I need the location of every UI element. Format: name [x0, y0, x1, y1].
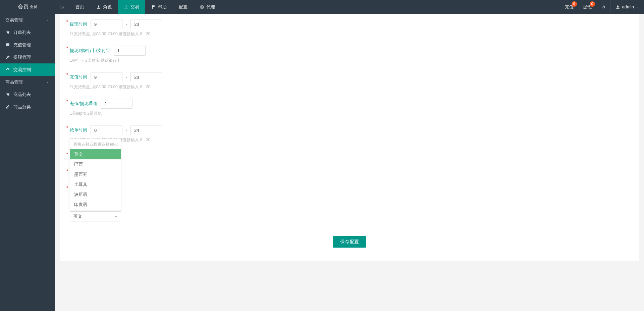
grab-time-to[interactable]: [130, 125, 162, 135]
chevron-down-icon: [46, 81, 49, 84]
lang-option-fa[interactable]: 波斯语: [70, 190, 121, 200]
main-content: * 提现时间 - 只支持整点, 如08:00-20:00,请直接输入 8 - 2…: [55, 14, 644, 311]
header-withdraw[interactable]: 提现 0: [578, 0, 596, 14]
chevron-down-icon: [46, 18, 49, 22]
lang-option-hi[interactable]: 印度语: [70, 200, 121, 210]
sidebar-item-withdraw[interactable]: 提现管理: [0, 51, 55, 63]
lang-option-br[interactable]: 巴西: [70, 159, 121, 169]
nav-help[interactable]: 帮助: [145, 0, 173, 14]
svg-text:$: $: [201, 6, 203, 8]
grab-time-label: 抢单时间: [70, 127, 87, 133]
language-dropdown: 英文 巴西 墨西哥 土耳其 波斯语 印度语: [70, 139, 121, 210]
header-right: 充值 0 提现 0 admin: [560, 0, 644, 14]
field-channel: * 充值/提现通道 1是sepro 2是其他: [70, 97, 629, 118]
sidebar-group-product[interactable]: 商品管理: [0, 76, 55, 88]
comment-icon: [5, 43, 10, 47]
range-dash: -: [126, 128, 127, 133]
withdraw-time-to[interactable]: [130, 19, 162, 29]
language-select[interactable]: 英文 巴西 墨西哥 土耳其 波斯语 印度语 英文: [70, 211, 121, 221]
nav-trade[interactable]: 交易: [118, 0, 145, 14]
language-search-input[interactable]: [70, 139, 121, 149]
sidebar-item-trade-control[interactable]: 交易控制: [0, 63, 55, 76]
sidebar-group-trade[interactable]: 交易管理: [0, 14, 55, 26]
grab-time-hint: 只支持整点, 如08:00-20:00,请直接输入 8 - 20: [70, 137, 629, 143]
field-withdraw-time: * 提现时间 - 只支持整点, 如08:00-20:00,请直接输入 8 - 2…: [70, 17, 629, 38]
recharge-time-from[interactable]: [91, 72, 122, 82]
withdraw-time-from[interactable]: [91, 19, 122, 29]
channel-hint: 1是sepro 2是其他: [70, 111, 629, 116]
link-icon: [5, 105, 10, 109]
chevron-down-icon: [636, 5, 639, 9]
grab-time-from[interactable]: [91, 125, 122, 135]
field-grab-time: * 抢单时间 - 只支持整点, 如08:00-20:00,请直接输入 8 - 2…: [70, 123, 629, 144]
withdraw-time-hint: 只支持整点, 如08:00-20:00,请直接输入 8 - 20: [70, 31, 629, 37]
withdraw-to-input[interactable]: [114, 46, 146, 56]
recharge-time-label: 充值时间: [70, 74, 87, 80]
nav-config[interactable]: 配置: [173, 0, 194, 14]
nav-home[interactable]: 首页: [69, 0, 90, 14]
field-hidden-1: *: [70, 150, 629, 156]
header-refresh[interactable]: [596, 0, 610, 14]
nav-agent[interactable]: $ 代理: [194, 0, 221, 14]
withdraw-to-hint: 1银行卡 2支付宝 默认银行卡: [70, 58, 629, 63]
sidebar: 交易管理 订单列表 充值管理 提现管理 交易控制 商品管理 商品列表 商品分类: [0, 14, 55, 311]
dashboard-icon: [5, 67, 10, 72]
lang-option-en[interactable]: 英文: [70, 149, 121, 159]
recharge-badge: 0: [572, 1, 577, 7]
lang-option-tr[interactable]: 土耳其: [70, 179, 121, 190]
sidebar-item-recharge[interactable]: 充值管理: [0, 39, 55, 51]
sidebar-item-product-cat[interactable]: 商品分类: [0, 101, 55, 113]
nav-role[interactable]: 角色: [90, 0, 118, 14]
withdraw-to-label: 提现到银行卡/支付宝: [70, 48, 110, 54]
refresh-icon: [601, 5, 606, 9]
required-mark: *: [66, 125, 68, 130]
field-hidden-2: *: [70, 166, 629, 172]
save-button[interactable]: 保存配置: [333, 236, 366, 248]
language-select-display[interactable]: 英文: [70, 211, 121, 221]
wrench-icon: [5, 55, 10, 60]
required-mark: *: [66, 46, 68, 51]
withdraw-badge: 0: [590, 1, 595, 7]
cart-icon: [5, 92, 10, 97]
field-recharge-time: * 充值时间 - 只支持整点, 如08:00-20:00,请直接输入 8 - 2…: [70, 70, 629, 91]
required-mark: *: [66, 99, 68, 104]
user-icon: [615, 5, 620, 9]
top-nav: 首页 角色 交易 帮助 配置 $ 代理: [69, 0, 221, 14]
recharge-time-hint: 只支持整点, 如08:00-20:00,请直接输入 8 - 20: [70, 84, 629, 90]
form-card: * 提现时间 - 只支持整点, 如08:00-20:00,请直接输入 8 - 2…: [60, 14, 639, 261]
chevron-up-icon: [114, 214, 118, 218]
recharge-time-to[interactable]: [130, 72, 162, 82]
brand-title: 会员: [18, 3, 29, 10]
withdraw-time-label: 提现时间: [70, 21, 87, 27]
user-icon: [96, 5, 101, 9]
required-mark: *: [66, 185, 68, 190]
required-mark: *: [66, 152, 68, 157]
field-withdraw-to: * 提现到银行卡/支付宝 1银行卡 2支付宝 默认银行卡: [70, 44, 629, 65]
channel-label: 充值/提现通道: [70, 101, 97, 107]
field-language: 英文 巴西 墨西哥 土耳其 波斯语 印度语 英文: [70, 209, 629, 223]
required-mark: *: [66, 72, 68, 77]
flag-icon: [151, 5, 156, 9]
range-dash: -: [126, 75, 127, 80]
language-selected-value: 英文: [73, 213, 82, 219]
range-dash: -: [126, 22, 127, 27]
required-mark: *: [66, 19, 68, 24]
scale-icon: [124, 5, 128, 9]
save-row: 保存配置: [70, 236, 629, 248]
language-option-list: 英文 巴西 墨西哥 土耳其 波斯语 印度语: [70, 149, 121, 210]
sidebar-item-orders[interactable]: 订单列表: [0, 26, 55, 39]
field-hidden-3: *: [70, 183, 629, 189]
top-header: 会员 会员 首页 角色 交易 帮助 配置 $ 代理: [0, 0, 644, 14]
lang-option-mx[interactable]: 墨西哥: [70, 169, 121, 179]
menu-collapse-icon: [60, 5, 64, 9]
sidebar-item-product-list[interactable]: 商品列表: [0, 88, 55, 101]
required-mark: *: [66, 168, 68, 173]
header-user[interactable]: admin: [611, 0, 644, 14]
brand-subtitle: 会员: [30, 4, 37, 9]
dollar-icon: $: [200, 5, 204, 9]
sidebar-toggle[interactable]: [55, 0, 69, 14]
header-recharge[interactable]: 充值 0: [560, 0, 578, 14]
cart-icon: [5, 30, 10, 35]
brand-logo: 会员 会员: [0, 0, 55, 14]
channel-input[interactable]: [101, 99, 132, 109]
